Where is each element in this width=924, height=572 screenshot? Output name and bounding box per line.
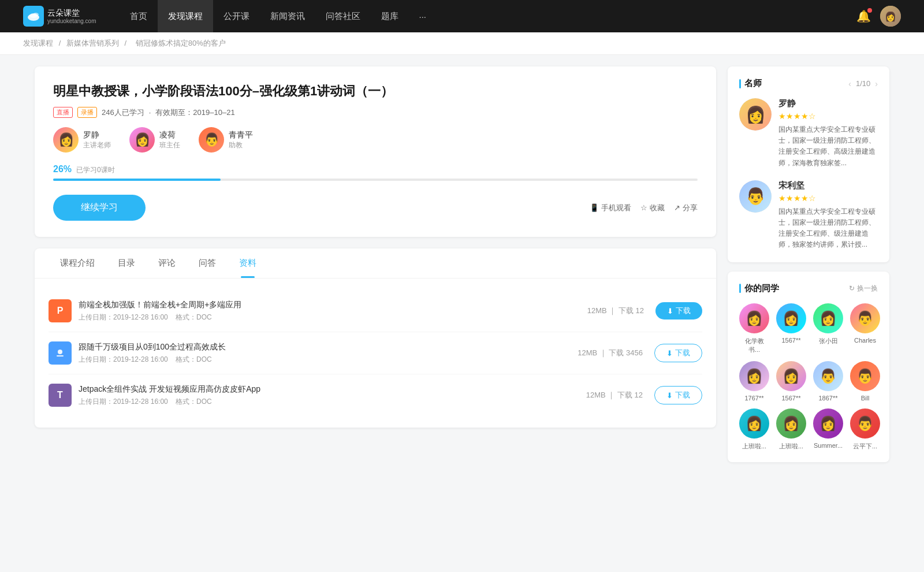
nav-news[interactable]: 新闻资讯 bbox=[260, 0, 315, 32]
breadcrumb-item-series[interactable]: 新媒体营销系列 bbox=[66, 39, 119, 47]
badge-record: 录播 bbox=[77, 107, 97, 118]
file-meta-2: 上传日期：2019-12-28 16:00 格式：DOC bbox=[79, 355, 578, 365]
logo-sub: yunduoketang.com bbox=[47, 18, 96, 24]
teachers-next-arrow[interactable]: › bbox=[875, 79, 878, 88]
main-content: 明星中教授课，小学阶段语法100分–强化级第1讲动词（一） 直播 录播 246人… bbox=[35, 66, 716, 471]
sidebar-teacher-2: 👨 宋利坚 ★★★★☆ 国内某重点大学安全工程专业硕士，国家一级注册消防工程师、… bbox=[739, 180, 878, 251]
download-icon-2: ⬇ bbox=[666, 349, 673, 358]
download-icon-1: ⬇ bbox=[667, 307, 673, 315]
teachers-prev-arrow[interactable]: ‹ bbox=[848, 79, 851, 88]
student-item-4: 👩 1767** bbox=[739, 361, 769, 402]
file-info-3: Jetpack全组件实战 开发短视频应用高仿皮皮虾App 上传日期：2019-1… bbox=[79, 384, 586, 407]
nav-more[interactable]: ··· bbox=[409, 0, 437, 32]
collect-button[interactable]: ☆ 收藏 bbox=[640, 203, 665, 213]
nav-qa[interactable]: 问答社区 bbox=[315, 0, 371, 32]
student-name-8: 上班啦... bbox=[742, 442, 766, 451]
teacher-3-role: 助教 bbox=[229, 140, 253, 150]
student-name-5: 1567** bbox=[781, 395, 800, 402]
mobile-watch-button[interactable]: 📱 手机观看 bbox=[590, 203, 631, 213]
student-item-10: 👩 Summer... bbox=[813, 408, 843, 451]
course-title: 明星中教授课，小学阶段语法100分–强化级第1讲动词（一） bbox=[53, 83, 698, 100]
tab-review[interactable]: 评论 bbox=[147, 248, 187, 278]
student-name-2: 张小田 bbox=[819, 337, 838, 346]
student-name-9: 上班啦... bbox=[779, 442, 803, 451]
student-avatar-0: 👩 bbox=[739, 303, 769, 333]
students-header: 你的同学 ↻ 换一换 bbox=[739, 283, 878, 294]
tab-toc[interactable]: 目录 bbox=[106, 248, 147, 278]
student-avatar-5: 👩 bbox=[776, 361, 806, 391]
share-button[interactable]: ↗ 分享 bbox=[674, 203, 698, 213]
file-item-2: 跟随千万级项目从0到100全过程高效成长 上传日期：2019-12-28 16:… bbox=[49, 332, 702, 374]
student-avatar-11: 👨 bbox=[850, 408, 880, 439]
breadcrumb: 发现课程 / 新媒体营销系列 / 销冠修炼术搞定80%的客户 bbox=[0, 32, 924, 55]
student-name-3: Charles bbox=[854, 337, 876, 344]
teachers-pagination: ‹ 1/10 › bbox=[848, 79, 878, 88]
sidebar-teacher-2-desc: 国内某重点大学安全工程专业硕士，国家一级注册消防工程师、注册安全工程师、级注册建… bbox=[778, 206, 878, 251]
svg-point-3 bbox=[58, 350, 62, 354]
student-item-3: 👨 Charles bbox=[850, 303, 880, 354]
nav-discover[interactable]: 发现课程 bbox=[158, 0, 213, 32]
breadcrumb-item-discover[interactable]: 发现课程 bbox=[23, 39, 53, 47]
download-icon-3: ⬇ bbox=[666, 391, 673, 400]
file-item-1: P 前端全栈加强版！前端全栈+全周期+多端应用 上传日期：2019-12-28 … bbox=[49, 290, 702, 332]
logo-icon bbox=[23, 6, 44, 27]
students-grid: 👩 化学教书... 👩 1567** 👩 张小田 👨 Charles 👩 bbox=[739, 303, 878, 451]
tab-qa[interactable]: 问答 bbox=[187, 248, 228, 278]
notification-bell[interactable]: 🔔 bbox=[856, 9, 871, 23]
student-avatar-10: 👩 bbox=[813, 408, 843, 439]
svg-point-2 bbox=[33, 13, 39, 16]
teacher-2-name: 凌荷 bbox=[159, 130, 180, 140]
user-avatar[interactable]: 👩 bbox=[880, 6, 901, 27]
teacher-1-avatar: 👩 bbox=[53, 127, 79, 153]
sidebar-teacher-1-desc: 国内某重点大学安全工程专业硕士，国家一级注册消防工程师、注册安全工程师、高级注册… bbox=[778, 124, 878, 169]
nav-home[interactable]: 首页 bbox=[120, 0, 158, 32]
breadcrumb-current: 销冠修炼术搞定80%的客户 bbox=[136, 39, 226, 47]
tab-materials[interactable]: 资料 bbox=[228, 248, 268, 278]
nav-public[interactable]: 公开课 bbox=[213, 0, 260, 32]
tab-intro[interactable]: 课程介绍 bbox=[49, 248, 106, 278]
file-meta-1: 上传日期：2019-12-28 16:00 格式：DOC bbox=[79, 313, 587, 322]
progress-bar-fill bbox=[53, 179, 221, 181]
continue-learning-button[interactable]: 继续学习 bbox=[53, 195, 146, 221]
sidebar-teacher-1-name: 罗静 bbox=[778, 98, 878, 109]
nav-quiz[interactable]: 题库 bbox=[371, 0, 409, 32]
sidebar-teacher-2-name: 宋利坚 bbox=[778, 180, 878, 191]
student-item-6: 👨 1867** bbox=[813, 361, 843, 402]
student-item-5: 👩 1567** bbox=[776, 361, 806, 402]
students-refresh-button[interactable]: ↻ 换一换 bbox=[849, 284, 878, 294]
course-tabs: 课程介绍 目录 评论 问答 资料 P 前端全栈加强版！前端全栈+全周期+多端应用… bbox=[35, 248, 716, 428]
action-buttons: 📱 手机观看 ☆ 收藏 ↗ 分享 bbox=[590, 203, 698, 213]
teacher-2-avatar: 👩 bbox=[129, 127, 155, 153]
file-name-1: 前端全栈加强版！前端全栈+全周期+多端应用 bbox=[79, 300, 587, 310]
teacher-3-avatar: 👨 bbox=[199, 127, 224, 153]
file-info-1: 前端全栈加强版！前端全栈+全周期+多端应用 上传日期：2019-12-28 16… bbox=[79, 300, 587, 322]
file-name-2: 跟随千万级项目从0到100全过程高效成长 bbox=[79, 342, 578, 352]
logo[interactable]: 云朵课堂 yunduoketang.com bbox=[23, 6, 96, 27]
valid-date: 有效期至：2019–10–21 bbox=[155, 107, 234, 118]
file-item-3: T Jetpack全组件实战 开发短视频应用高仿皮皮虾App 上传日期：2019… bbox=[49, 374, 702, 416]
file-info-2: 跟随千万级项目从0到100全过程高效成长 上传日期：2019-12-28 16:… bbox=[79, 342, 578, 365]
students-sidebar-title: 你的同学 bbox=[739, 283, 779, 294]
file-stats-1: 12MB ｜ 下载 12 bbox=[587, 306, 644, 316]
sidebar-teacher-2-info: 宋利坚 ★★★★☆ 国内某重点大学安全工程专业硕士，国家一级注册消防工程师、注册… bbox=[778, 180, 878, 251]
nav-items: 首页 发现课程 公开课 新闻资讯 问答社区 题库 ··· bbox=[120, 0, 856, 32]
nav-right: 🔔 👩 bbox=[856, 6, 901, 27]
teacher-3: 👨 青青平 助教 bbox=[199, 127, 253, 153]
course-card: 明星中教授课，小学阶段语法100分–强化级第1讲动词（一） 直播 录播 246人… bbox=[35, 66, 716, 237]
tabs-header: 课程介绍 目录 评论 问答 资料 bbox=[35, 248, 716, 278]
download-button-2[interactable]: ⬇ 下载 bbox=[654, 344, 702, 362]
student-avatar-9: 👩 bbox=[776, 408, 806, 439]
download-button-3[interactable]: ⬇ 下载 bbox=[654, 386, 702, 404]
teachers-header: 名师 ‹ 1/10 › bbox=[739, 78, 878, 89]
sidebar-teacher-2-avatar: 👨 bbox=[739, 180, 772, 213]
download-button-1[interactable]: ⬇ 下载 bbox=[655, 302, 702, 320]
tabs-content: P 前端全栈加强版！前端全栈+全周期+多端应用 上传日期：2019-12-28 … bbox=[35, 278, 716, 428]
sidebar-teacher-2-stars: ★★★★☆ bbox=[778, 194, 878, 203]
student-name-10: Summer... bbox=[814, 442, 843, 449]
teacher-2-role: 班主任 bbox=[159, 140, 180, 150]
notification-dot bbox=[867, 8, 872, 13]
student-item-8: 👩 上班啦... bbox=[739, 408, 769, 451]
student-name-4: 1767** bbox=[744, 395, 763, 402]
teacher-3-name: 青青平 bbox=[229, 130, 253, 140]
sidebar-teacher-1-stars: ★★★★☆ bbox=[778, 112, 878, 121]
